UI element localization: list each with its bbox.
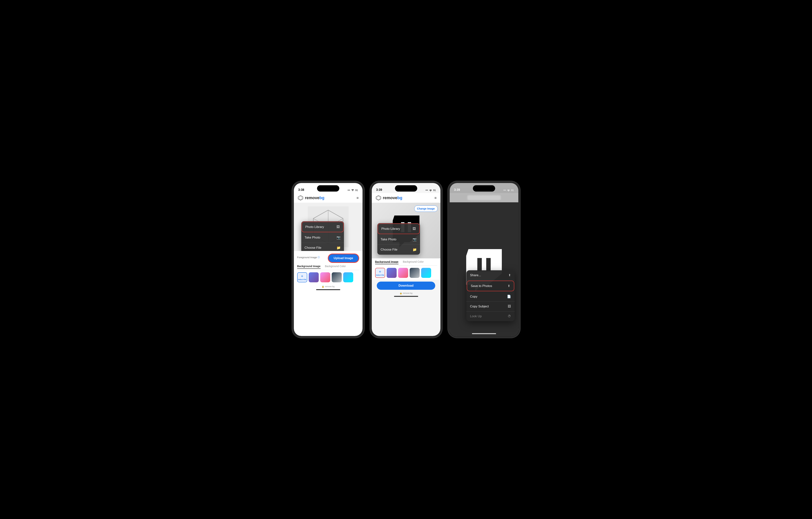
context-copy-subject[interactable]: Copy Subject 🖼: [466, 302, 515, 311]
take-photo-icon-2: 📷: [413, 238, 417, 242]
look-up-icon: ⏱: [508, 315, 511, 318]
logo-icon-1: [297, 195, 303, 201]
wifi-icon: [351, 189, 354, 192]
tab-background-color-1[interactable]: Background Color: [325, 265, 346, 269]
choose-file-label-2: Choose File: [381, 248, 398, 251]
plus-icon-1: +: [301, 274, 303, 278]
choose-file-icon-1: 📁: [337, 246, 341, 250]
battery-display-2: 91: [433, 189, 436, 192]
save-photos-icon: ⬆: [508, 284, 510, 288]
image-preview-2: Photo Library 🖼 Take Photo 📷 Choose File…: [372, 203, 440, 258]
bg-images-row-2: + Select File: [375, 268, 437, 278]
copy-label: Copy: [470, 295, 477, 299]
upload-image-button-1[interactable]: Upload Image: [328, 254, 359, 263]
bg-thumb-6[interactable]: [398, 268, 408, 278]
select-file-button-1[interactable]: + Select File: [297, 272, 307, 282]
battery-display-3: 91: [511, 189, 514, 192]
nav-bar-1: removebg ≡: [294, 193, 362, 203]
screenshot-container: 3:38 ••• 91 removebg: [286, 177, 527, 342]
bottom-section-2: Background Image Background Color + Sele…: [372, 258, 440, 280]
logo-text-2: removebg: [383, 195, 402, 200]
bg-thumb-7[interactable]: [410, 268, 419, 278]
dropdown-photo-library-2[interactable]: Photo Library 🖼: [378, 223, 419, 234]
bg-thumb-3[interactable]: [332, 272, 342, 282]
home-indicator-1: [316, 289, 340, 290]
wifi-icon-2: [429, 189, 432, 191]
bg-images-row-1: + Select File: [297, 272, 359, 282]
dropdown-take-photo-1[interactable]: Take Photo 📷: [301, 233, 344, 243]
bg-thumb-5[interactable]: [387, 268, 397, 278]
image-preview-1: Photo Library 🖼 Take Photo 📷 Choose File…: [294, 203, 362, 251]
tabs-row-2: Background Image Background Color: [375, 260, 437, 266]
upload-btn-wrapper-1: Upload Image: [328, 253, 359, 263]
home-indicator-2: [394, 296, 418, 297]
context-share[interactable]: Share... ⬆: [466, 270, 515, 280]
logo-container-2: removebg: [376, 195, 402, 201]
status-time-3: 3:39: [454, 188, 460, 192]
plus-icon-2: +: [379, 270, 381, 274]
bg-thumb-2[interactable]: [320, 272, 330, 282]
context-look-up[interactable]: Look Up ⏱: [466, 311, 515, 321]
select-file-button-2[interactable]: + Select File: [375, 268, 385, 278]
foreground-label-1: Foreground Image ⓘ: [297, 256, 320, 259]
svg-marker-1: [299, 196, 302, 200]
tab-background-image-2[interactable]: Background Image: [375, 260, 399, 264]
phone-1: 3:38 ••• 91 removebg: [292, 181, 364, 338]
change-image-button-2[interactable]: Change Image: [414, 206, 438, 212]
url-bar-2: 🔒 remove.bg: [372, 291, 440, 295]
hamburger-menu-1[interactable]: ≡: [356, 196, 359, 200]
signal-icon-2: •••: [425, 189, 428, 192]
choose-file-label-1: Choose File: [304, 246, 321, 250]
status-right-2: ••• 91: [425, 189, 436, 192]
status-right-3: ••• 91: [503, 189, 514, 192]
url-bar-1: 🔒 remove.bg: [294, 284, 362, 288]
signal-icon: •••: [347, 189, 350, 192]
hamburger-menu-2[interactable]: ≡: [434, 196, 437, 200]
dynamic-island-3: [473, 185, 495, 192]
download-button-2[interactable]: Download: [377, 281, 435, 290]
dropdown-menu-2: Photo Library 🖼 Take Photo 📷 Choose File…: [377, 223, 420, 255]
photo-library-label-1: Photo Library: [306, 225, 324, 229]
photo-library-icon-1: 🖼: [337, 225, 340, 229]
bg-thumb-1[interactable]: [309, 272, 319, 282]
context-save-photos[interactable]: Save to Photos ⬆: [467, 281, 514, 291]
take-photo-label-2: Take Photo: [381, 238, 397, 241]
tab-background-color-2[interactable]: Background Color: [403, 260, 424, 264]
status-right-1: ••• 91: [347, 189, 358, 192]
dropdown-take-photo-2[interactable]: Take Photo 📷: [377, 235, 420, 245]
home-indicator-3: [472, 333, 496, 334]
context-copy[interactable]: Copy 📄: [466, 292, 515, 302]
dynamic-island-1: [317, 185, 339, 192]
bottom-section-1: Foreground Image ⓘ Upload Image Backgrou…: [294, 251, 362, 284]
logo-icon-2: [376, 195, 381, 201]
phone3-app-bar: [450, 193, 518, 202]
phone-3: 3:39 ••• 91: [448, 181, 520, 338]
bg-thumb-8[interactable]: [421, 268, 431, 278]
svg-rect-17: [486, 258, 491, 271]
select-file-label-2: Select File: [376, 274, 384, 276]
bg-thumb-4[interactable]: [343, 272, 353, 282]
wifi-icon-3: [507, 189, 510, 191]
share-label: Share...: [470, 273, 481, 277]
phone-2: 3:39 ••• 91 removebg ≡: [370, 181, 442, 338]
dropdown-menu-1: Photo Library 🖼 Take Photo 📷 Choose File…: [301, 221, 344, 251]
dropdown-photo-library-1[interactable]: Photo Library 🖼: [302, 222, 344, 232]
copy-subject-icon: 🖼: [508, 305, 511, 308]
blurred-url-bar: [467, 195, 501, 200]
logo-container-1: removebg: [297, 195, 324, 201]
take-photo-icon-1: 📷: [337, 236, 341, 240]
signal-icon-3: •••: [503, 189, 506, 192]
status-time-2: 3:39: [376, 188, 382, 192]
dropdown-choose-file-2[interactable]: Choose File 📁: [377, 245, 420, 255]
tab-background-image-1[interactable]: Background Image: [297, 265, 321, 269]
dynamic-island-2: [395, 185, 417, 192]
look-up-label: Look Up: [470, 315, 482, 318]
svg-marker-11: [377, 196, 380, 200]
save-photos-label: Save to Photos: [471, 284, 492, 288]
svg-rect-16: [477, 258, 482, 271]
copy-icon: 📄: [507, 295, 511, 299]
share-icon: ⬆: [508, 273, 511, 277]
dropdown-choose-file-1[interactable]: Choose File 📁: [301, 243, 344, 251]
copy-subject-label: Copy Subject: [470, 305, 489, 308]
select-file-label-1: Select File: [298, 279, 306, 280]
